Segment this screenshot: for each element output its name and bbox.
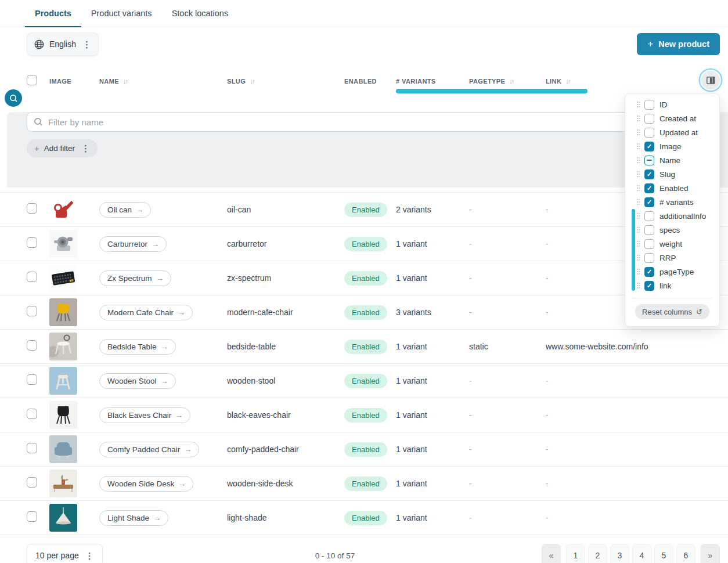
drag-handle-icon[interactable] [637, 143, 638, 145]
drag-handle-icon[interactable] [637, 157, 638, 158]
column-toggle-slug[interactable]: ✓ Slug [625, 167, 719, 181]
pagination-page-6[interactable]: 6 [676, 544, 695, 563]
checkbox-unchecked[interactable] [644, 100, 654, 110]
column-toggle-weight[interactable]: weight [625, 237, 719, 251]
product-name-link[interactable]: Light Shade→ [99, 510, 168, 526]
checkbox-checked[interactable]: ✓ [644, 197, 654, 207]
product-slug: bedside-table [227, 342, 344, 351]
checkbox-checked[interactable]: ✓ [644, 267, 654, 277]
pagetype-value: - [469, 513, 546, 522]
per-page-selector[interactable]: 10 per page ⋮ [27, 544, 103, 563]
checkbox-unchecked[interactable] [644, 253, 654, 263]
column-toggle-image[interactable]: ✓ Image [625, 139, 719, 153]
filter-menu-icon[interactable]: ⋮ [81, 144, 90, 153]
column-header-pagetype[interactable]: PAGETYPE↓↑ [469, 78, 546, 85]
pagination-page-5[interactable]: 5 [654, 544, 673, 563]
sort-icon[interactable]: ↓↑ [565, 78, 570, 85]
checkbox-checked[interactable]: ✓ [644, 169, 654, 179]
drag-handle-icon[interactable] [637, 227, 638, 228]
checkbox-unchecked[interactable] [644, 225, 654, 235]
column-toggle-id[interactable]: ID [625, 98, 719, 111]
checkbox-unchecked[interactable] [644, 239, 654, 249]
column-header-name[interactable]: NAME↓↑ [99, 78, 227, 85]
sort-icon[interactable]: ↓↑ [250, 78, 254, 85]
drag-handle-icon[interactable] [637, 199, 638, 200]
pagination-page-1[interactable]: 1 [566, 544, 585, 563]
product-name-link[interactable]: Carburretor→ [99, 236, 167, 252]
product-name-link[interactable]: Zx Spectrum→ [99, 270, 171, 286]
row-checkbox[interactable] [27, 511, 37, 522]
column-toggle-link[interactable]: ✓ link [625, 279, 719, 293]
drag-handle-icon[interactable] [637, 269, 638, 270]
row-checkbox[interactable] [27, 203, 37, 214]
column-header-link[interactable]: LINK↓↑ [546, 78, 728, 85]
product-image [49, 230, 77, 258]
column-toggle-label: pageType [659, 268, 694, 276]
select-all-checkbox[interactable] [27, 75, 37, 85]
product-table-body: Oil can→ oil-can Enabled 2 variants - - … [0, 192, 728, 535]
row-checkbox[interactable] [27, 272, 37, 282]
drag-handle-icon[interactable] [637, 255, 638, 256]
pagination-page-4[interactable]: 4 [632, 544, 651, 563]
checkbox-indeterminate[interactable] [644, 156, 654, 165]
drag-handle-icon[interactable] [637, 116, 638, 117]
column-toggle-enabled[interactable]: ✓ Enabled [625, 181, 719, 195]
column-toggle-variants[interactable]: ✓ # variants [625, 195, 719, 209]
checkbox-unchecked[interactable] [644, 128, 654, 138]
sort-icon[interactable]: ↓↑ [123, 78, 127, 85]
new-product-button[interactable]: + New product [637, 33, 720, 55]
drag-handle-icon[interactable] [637, 283, 638, 284]
column-header-slug[interactable]: SLUG↓↑ [227, 78, 344, 85]
drag-handle-icon[interactable] [637, 171, 638, 172]
column-toggle-rrp[interactable]: RRP [625, 251, 719, 265]
checkbox-unchecked[interactable] [644, 211, 654, 221]
column-picker-button[interactable] [701, 71, 720, 89]
product-name-link[interactable]: Comfy Padded Chair→ [99, 442, 199, 457]
language-menu-icon[interactable]: ⋮ [82, 40, 91, 49]
language-selector[interactable]: English ⋮ [27, 33, 99, 56]
tab-product-variants[interactable]: Product variants [81, 0, 162, 27]
enabled-badge: Enabled [344, 442, 387, 457]
drag-handle-icon[interactable] [637, 129, 638, 131]
product-name-link[interactable]: Wooden Side Desk→ [99, 476, 193, 492]
pagination-page-3[interactable]: 3 [610, 544, 629, 563]
pagination-prev[interactable]: « [542, 544, 561, 563]
column-toggle-updated-at[interactable]: Updated at [625, 125, 719, 139]
tab-products[interactable]: Products [25, 0, 81, 27]
search-toggle-button[interactable] [5, 89, 22, 107]
drag-handle-icon[interactable] [637, 185, 638, 186]
sort-icon[interactable]: ↓↑ [509, 78, 513, 85]
column-toggle-pagetype[interactable]: ✓ pageType [625, 265, 719, 279]
reset-columns-button[interactable]: Reset columns ↺ [635, 304, 709, 319]
tab-stock-locations[interactable]: Stock locations [162, 0, 239, 27]
checkbox-checked[interactable]: ✓ [644, 281, 654, 291]
drag-handle-icon[interactable] [637, 241, 638, 242]
plus-icon: + [34, 143, 39, 153]
column-toggle-name[interactable]: Name [625, 153, 719, 167]
product-name-link[interactable]: Bedside Table→ [99, 339, 176, 355]
column-toggle-created-at[interactable]: Created at [625, 111, 719, 125]
row-checkbox[interactable] [27, 477, 37, 488]
column-toggle-label: Enabled [659, 184, 689, 193]
row-checkbox[interactable] [27, 374, 37, 385]
checkbox-unchecked[interactable] [644, 114, 654, 124]
row-checkbox[interactable] [27, 409, 37, 419]
product-name-link[interactable]: Modern Cafe Chair→ [99, 305, 193, 320]
drag-handle-icon[interactable] [637, 213, 638, 214]
add-filter-button[interactable]: + Add filter ⋮ [27, 139, 98, 157]
pagination-page-2[interactable]: 2 [588, 544, 607, 563]
product-name-link[interactable]: Wooden Stool→ [99, 373, 176, 389]
filter-name-input[interactable] [27, 112, 720, 132]
column-toggle-specs[interactable]: specs [625, 223, 719, 237]
row-checkbox[interactable] [27, 237, 37, 248]
checkbox-checked[interactable]: ✓ [644, 183, 654, 193]
product-name-link[interactable]: Oil can→ [99, 202, 151, 218]
product-name-link[interactable]: Black Eaves Chair→ [99, 407, 190, 423]
column-toggle-additionalinfo[interactable]: additionalInfo [625, 209, 719, 223]
drag-handle-icon[interactable] [637, 102, 638, 103]
checkbox-checked[interactable]: ✓ [644, 142, 654, 151]
row-checkbox[interactable] [27, 340, 37, 351]
row-checkbox[interactable] [27, 306, 37, 316]
row-checkbox[interactable] [27, 443, 37, 453]
pagination-next[interactable]: » [701, 544, 720, 563]
